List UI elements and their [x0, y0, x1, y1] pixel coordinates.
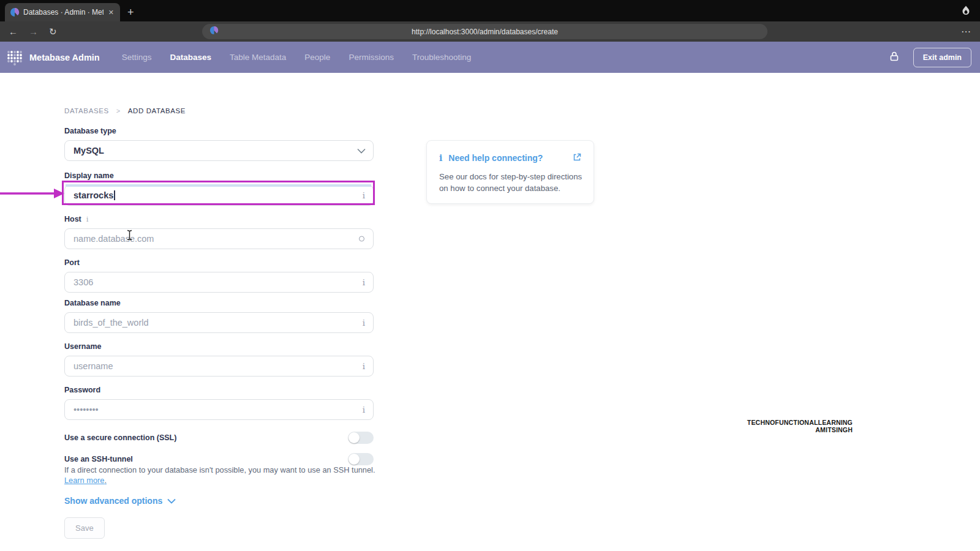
chevron-right-icon: >: [116, 107, 121, 114]
chevron-down-icon: [357, 145, 366, 156]
field-password: Password i: [64, 386, 374, 420]
brand-title: Metabase Admin: [29, 53, 100, 62]
status-circle-icon: [359, 236, 364, 242]
url-text: http://localhost:3000/admin/databases/cr…: [202, 28, 767, 36]
nav-databases[interactable]: Databases: [170, 53, 211, 62]
nav-table-metadata[interactable]: Table Metadata: [230, 53, 286, 62]
text-caret: [114, 190, 115, 200]
database-type-select[interactable]: MySQL: [64, 140, 374, 161]
field-display-name: Display name starrocks i: [64, 171, 374, 206]
password-label: Password: [64, 386, 374, 394]
info-icon: i: [439, 153, 442, 163]
admin-navbar: Metabase Admin Settings Databases Table …: [0, 42, 980, 73]
browser-toolbar: ← → ↻ http://localhost:3000/admin/databa…: [0, 21, 980, 42]
database-type-value: MySQL: [74, 146, 104, 156]
display-name-input[interactable]: starrocks i: [64, 185, 374, 206]
watermark-line1: TECHNOFUNCTIONALLEARNING: [747, 419, 853, 426]
exit-admin-button[interactable]: Exit admin: [913, 48, 971, 67]
breadcrumb-databases[interactable]: DATABASES: [64, 107, 109, 114]
metabase-brand[interactable]: Metabase Admin: [6, 49, 100, 66]
learn-more-link[interactable]: Learn more: [64, 476, 104, 485]
username-input[interactable]: [74, 361, 364, 371]
display-name-label: Display name: [64, 171, 374, 180]
toggle-knob: [349, 432, 360, 443]
nav-permissions[interactable]: Permissions: [349, 53, 394, 62]
database-name-label: Database name: [64, 299, 374, 307]
host-label: Host: [64, 215, 81, 223]
new-tab-button[interactable]: +: [127, 7, 134, 18]
info-icon: i: [363, 190, 365, 200]
username-input-box: i: [64, 356, 374, 377]
port-input-box: i: [64, 272, 374, 293]
field-database-name: Database name i: [64, 299, 374, 333]
username-label: Username: [64, 342, 374, 351]
password-input[interactable]: [74, 405, 364, 414]
database-name-input-box: i: [64, 312, 374, 333]
watermark: TECHNOFUNCTIONALLEARNING AMITSINGH: [747, 419, 853, 434]
save-button[interactable]: Save: [64, 517, 105, 539]
host-input[interactable]: [74, 234, 364, 244]
page-content: DATABASES > ADD DATABASE Database type M…: [0, 73, 980, 551]
help-card-body: See our docs for step-by-step directions…: [439, 171, 582, 194]
field-host: Host i: [64, 215, 374, 249]
help-card-title[interactable]: Need help connecting?: [448, 153, 543, 163]
help-card: i Need help connecting? See our docs for…: [426, 140, 594, 204]
external-link-icon[interactable]: [573, 153, 581, 164]
ssl-toggle[interactable]: [348, 432, 374, 444]
forward-button[interactable]: →: [29, 26, 38, 37]
info-icon: i: [363, 318, 365, 328]
port-label: Port: [64, 258, 374, 267]
info-icon: i: [363, 277, 365, 287]
field-username: Username i: [64, 342, 374, 377]
metabase-favicon: [10, 7, 20, 17]
tab-close-icon[interactable]: ✕: [107, 9, 115, 17]
nav-settings[interactable]: Settings: [122, 53, 152, 62]
admin-nav: Settings Databases Table Metadata People…: [122, 53, 472, 62]
info-icon: i: [86, 215, 89, 223]
ssl-toggle-row: Use a secure connection (SSL): [64, 432, 374, 444]
annotation-arrow: [0, 187, 65, 200]
display-name-value: starrocks: [74, 190, 113, 200]
port-input[interactable]: [74, 277, 364, 287]
lock-icon[interactable]: [889, 51, 900, 64]
breadcrumb-add-database: ADD DATABASE: [128, 107, 186, 114]
chevron-down-icon: [167, 498, 176, 504]
ssh-description: If a direct connection to your database …: [64, 465, 375, 474]
breadcrumb: DATABASES > ADD DATABASE: [64, 107, 186, 114]
field-port: Port i: [64, 258, 374, 293]
reload-button[interactable]: ↻: [49, 26, 57, 37]
browser-menu-icon[interactable]: ⋯: [961, 26, 971, 37]
host-input-box: [64, 228, 374, 249]
nav-troubleshooting[interactable]: Troubleshooting: [412, 53, 471, 62]
ssh-toggle[interactable]: [348, 453, 374, 465]
show-advanced-options-link[interactable]: Show advanced options: [64, 496, 176, 506]
field-database-type: Database type MySQL: [64, 127, 374, 161]
watermark-line2: AMITSINGH: [747, 426, 853, 433]
browser-tab-strip: Databases · Admin · Metabase ✕ +: [0, 0, 980, 21]
toggle-knob: [349, 454, 360, 465]
advanced-options-label: Show advanced options: [64, 496, 162, 506]
ssh-label: Use an SSH-tunnel: [64, 455, 133, 463]
tab-title: Databases · Admin · Metabase: [23, 8, 104, 17]
nav-people[interactable]: People: [304, 53, 330, 62]
password-input-box: i: [64, 399, 374, 420]
info-icon: i: [363, 405, 365, 414]
ssh-toggle-row: Use an SSH-tunnel: [64, 453, 374, 465]
metabase-logo-icon: [6, 49, 23, 66]
learn-more-period: .: [104, 476, 107, 485]
flame-icon: [962, 6, 970, 18]
browser-tab[interactable]: Databases · Admin · Metabase ✕: [5, 3, 120, 21]
database-type-label: Database type: [64, 127, 374, 135]
info-icon: i: [363, 361, 365, 371]
database-name-input[interactable]: [74, 318, 364, 328]
url-bar[interactable]: http://localhost:3000/admin/databases/cr…: [202, 24, 767, 39]
back-button[interactable]: ←: [9, 26, 18, 37]
ssl-label: Use a secure connection (SSL): [64, 433, 176, 442]
